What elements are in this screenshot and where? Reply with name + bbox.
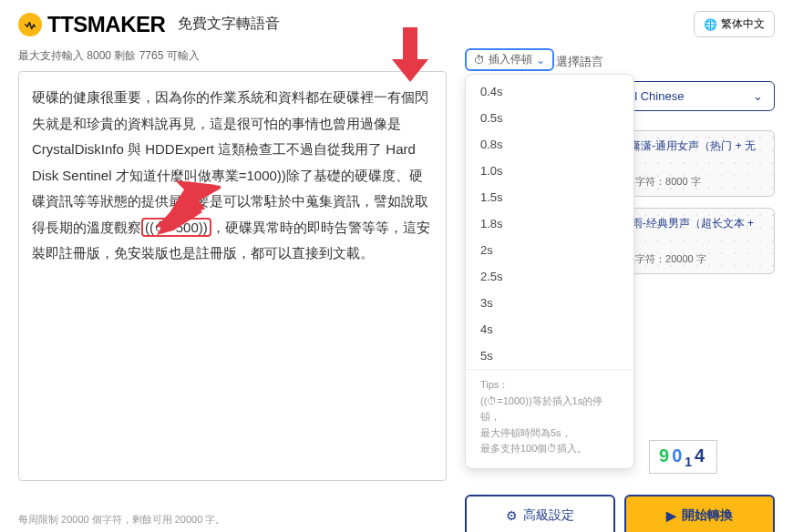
pause-option[interactable]: 1.8s	[466, 210, 633, 237]
pause-option[interactable]: 3s	[466, 290, 633, 316]
captcha-image: 9014	[649, 440, 717, 474]
clock-icon: ⏱	[474, 54, 485, 66]
pause-dropdown: 0.4s0.5s0.8s1.0s1.5s1.8s2s2.5s3s4s5s Tip…	[465, 74, 634, 469]
select-language-label: 選擇語言	[556, 54, 603, 70]
brand-logo: TTSMAKER	[18, 12, 165, 37]
logo-icon	[18, 13, 42, 36]
pause-option[interactable]: 2.5s	[466, 263, 633, 290]
text-input[interactable]: 硬碟的健康很重要，因為你的作業系統和資料都在硬碟裡一有個閃失就是和珍貴的資料說再…	[18, 71, 447, 481]
pause-option[interactable]: 0.4s	[466, 78, 633, 105]
annotation-arrow-down	[392, 27, 428, 82]
pause-option[interactable]: 4s	[466, 316, 633, 343]
dropdown-tips: Tips： ((⏱=1000))等於插入1s的停頓， 最大停頓時間為5s， 最多…	[466, 369, 633, 465]
insert-pause-button[interactable]: ⏱ 插入停頓 ⌄	[465, 48, 554, 71]
play-icon: ▶	[666, 508, 676, 523]
pause-option[interactable]: 1.5s	[466, 184, 633, 210]
pause-option[interactable]: 2s	[466, 237, 633, 263]
footer-limit: 每周限制 20000 個字符，剩餘可用 20000 字。	[18, 513, 225, 527]
subtitle: 免費文字轉語音	[178, 15, 280, 34]
start-convert-button[interactable]: ▶ 開始轉換	[624, 495, 775, 532]
chevron-down-icon: ⌄	[753, 89, 763, 103]
sliders-icon: ⚙	[506, 508, 518, 523]
language-switch-button[interactable]: 🌐 繁体中文	[694, 11, 775, 37]
globe-icon: 🌐	[704, 18, 717, 31]
brand-text: TTSMAKER	[47, 12, 165, 37]
pause-option[interactable]: 0.8s	[466, 131, 633, 158]
advanced-settings-button[interactable]: ⚙ 高級設定	[465, 495, 615, 532]
pause-option[interactable]: 5s	[466, 343, 633, 369]
pause-option[interactable]: 0.5s	[466, 105, 633, 131]
chevron-down-icon: ⌄	[536, 54, 545, 66]
input-counter: 最大支持輸入 8000 剩餘 7765 可輸入	[18, 48, 447, 64]
pause-option[interactable]: 1.0s	[466, 158, 633, 184]
annotation-arrow-diagonal	[157, 180, 221, 235]
